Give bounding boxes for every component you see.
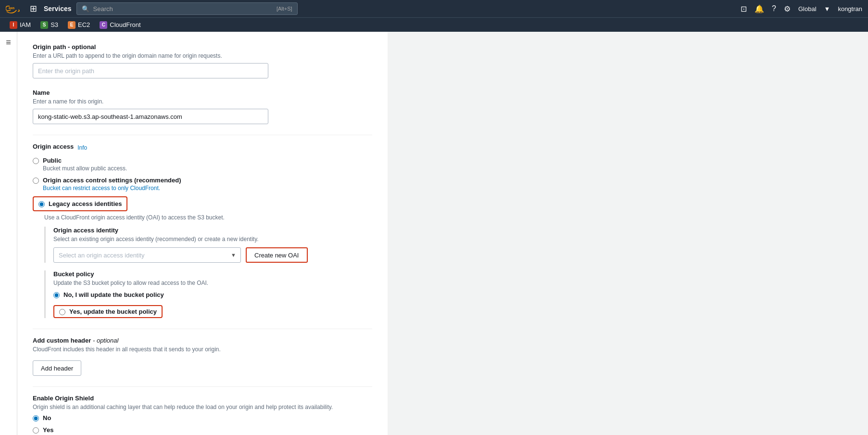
s3-icon: S [40,21,48,29]
content-area: Origin path - optional Enter a URL path … [17,32,388,435]
bell-icon[interactable]: 🔔 [755,4,764,13]
radio-legacy-label[interactable]: Legacy access identities [49,200,122,207]
radio-shield-no: No [33,414,372,422]
origin-shield-radio-group: No Yes [33,414,372,434]
s3-label: S3 [50,21,58,28]
origin-access-radio-group: Public Bucket must allow public access. … [33,157,372,221]
radio-yes-update: Yes, update the bucket policy [53,303,372,318]
radio-oacs[interactable] [33,178,39,184]
yes-update-highlighted-box: Yes, update the bucket policy [53,305,163,318]
settings-icon[interactable]: ⚙ [784,4,791,13]
add-header-hint: CloudFront includes this header in all r… [33,346,372,353]
add-header-button[interactable]: Add header [33,360,81,376]
oai-section: Origin access identity Select an existin… [44,227,372,263]
cloudfront-label: CloudFront [110,21,140,28]
legacy-highlighted-box: Legacy access identities [33,196,127,211]
radio-oacs-sublabel: Bucket can restrict access to only Cloud… [43,185,181,192]
iam-icon: I [10,21,17,29]
nav-right: ⊡ 🔔 ? ⚙ Global ▼ kongtran [741,4,862,13]
oai-select[interactable]: Select an origin access identity [53,247,241,263]
service-badge-iam[interactable]: I IAM [6,20,35,30]
origin-path-section: Origin path - optional Enter a URL path … [33,43,372,78]
name-input[interactable] [33,109,268,124]
sidebar: ≡ [0,32,17,435]
divider-2 [33,329,372,329]
name-label: Name [33,89,372,96]
service-badge-ec2[interactable]: E EC2 [64,20,94,30]
radio-option-legacy: Legacy access identities [33,196,372,211]
aws-logo[interactable]: aws [6,3,23,14]
search-input[interactable] [93,5,273,13]
legacy-sublabel: Use a CloudFront origin access identity … [44,214,372,221]
add-header-label: Add custom header - optional [33,337,372,344]
name-hint: Enter a name for this origin. [33,98,372,105]
radio-yes-update-label[interactable]: Yes, update the bucket policy [69,308,157,315]
radio-shield-yes-label[interactable]: Yes [43,426,53,434]
oacs-sublabel-link[interactable]: Bucket can restrict access to only Cloud… [43,185,160,192]
sidebar-toggle[interactable]: ≡ [6,38,11,48]
oai-section-label: Origin access identity [53,227,372,234]
user-menu[interactable]: kongtran [838,5,862,13]
help-icon[interactable]: ? [772,4,776,13]
origin-shield-hint: Origin shield is an additional caching l… [33,404,372,410]
origin-path-hint: Enter a URL path to append to the origin… [33,52,372,59]
radio-shield-no-input[interactable] [33,415,39,422]
radio-legacy[interactable] [38,201,45,207]
oai-select-wrapper: Select an origin access identity ▼ [53,247,241,263]
search-icon: 🔍 [82,5,89,13]
ec2-label: EC2 [78,21,90,28]
iam-label: IAM [20,21,31,28]
bucket-policy-label: Bucket policy [53,270,372,278]
oai-section-hint: Select an existing origin access identit… [53,236,372,243]
radio-option-oacs: Origin access control settings (recommen… [33,177,372,192]
add-header-section: Add custom header - optional CloudFront … [33,337,372,376]
bucket-policy-radio-group: No, I will update the bucket policy Yes,… [53,291,372,318]
origin-access-label: Origin access [33,143,74,150]
cloudfront-icon: C [100,21,107,29]
radio-option-public: Public Bucket must allow public access. [33,157,372,172]
origin-path-label: Origin path - optional [33,43,372,51]
radio-no-update-label[interactable]: No, I will update the bucket policy [63,291,164,298]
ec2-icon: E [68,21,75,29]
radio-shield-yes: Yes [33,426,372,434]
origin-shield-section: Enable Origin Shield Origin shield is an… [33,395,372,434]
radio-shield-yes-input[interactable] [33,427,39,434]
bucket-policy-section: Bucket policy Update the S3 bucket polic… [44,270,372,318]
radio-yes-update-input[interactable] [59,309,65,315]
radio-public-label[interactable]: Public [43,157,62,164]
radio-shield-no-label[interactable]: No [43,414,51,422]
radio-public[interactable] [33,158,39,164]
radio-no-update: No, I will update the bucket policy [53,291,372,298]
origin-access-section: Origin access Info Public Bucket must al… [33,143,372,318]
origin-path-input[interactable] [33,63,268,78]
service-badge-s3[interactable]: S S3 [37,20,62,30]
radio-oacs-label[interactable]: Origin access control settings (recommen… [43,177,181,184]
top-navigation: aws ⊞ Services 🔍 [Alt+S] ⊡ 🔔 ? ⚙ Global … [0,0,868,17]
console-icon[interactable]: ⊡ [741,4,747,13]
divider-1 [33,135,372,135]
main-container: ≡ Origin path - optional Enter a URL pat… [0,32,868,435]
info-link[interactable]: Info [77,144,87,151]
name-section: Name Enter a name for this origin. [33,89,372,124]
radio-public-sublabel: Bucket must allow public access. [43,165,127,172]
create-oai-button[interactable]: Create new OAI [246,247,308,263]
divider-3 [33,386,372,387]
radio-no-update-input[interactable] [53,292,60,298]
services-link[interactable]: Services [44,5,72,13]
search-shortcut: [Alt+S] [277,6,292,12]
right-panel [388,32,868,435]
region-selector[interactable]: Global [798,5,817,13]
oai-row: Select an origin access identity ▼ Creat… [53,247,372,263]
grid-icon[interactable]: ⊞ [28,1,39,16]
origin-access-header: Origin access Info [33,143,372,152]
svg-text:aws: aws [9,6,15,10]
origin-shield-label: Enable Origin Shield [33,395,372,402]
bucket-policy-hint: Update the S3 bucket policy to allow rea… [53,280,372,286]
search-bar: 🔍 [Alt+S] [76,2,298,15]
service-badge-cloudfront[interactable]: C CloudFront [96,20,144,30]
service-navigation: I IAM S S3 E EC2 C CloudFront [0,17,868,32]
